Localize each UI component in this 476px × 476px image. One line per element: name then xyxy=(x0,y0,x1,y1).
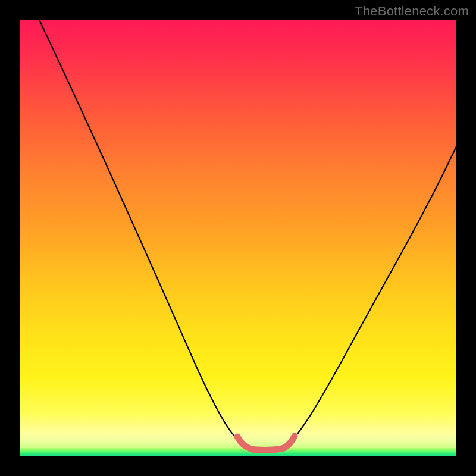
chart-frame: TheBottleneck.com xyxy=(0,0,476,476)
watermark-text: TheBottleneck.com xyxy=(355,4,469,19)
curve-svg xyxy=(20,20,456,456)
bottleneck-curve xyxy=(36,20,456,449)
plot-area xyxy=(20,20,456,456)
optimal-zone-highlight xyxy=(237,436,295,450)
